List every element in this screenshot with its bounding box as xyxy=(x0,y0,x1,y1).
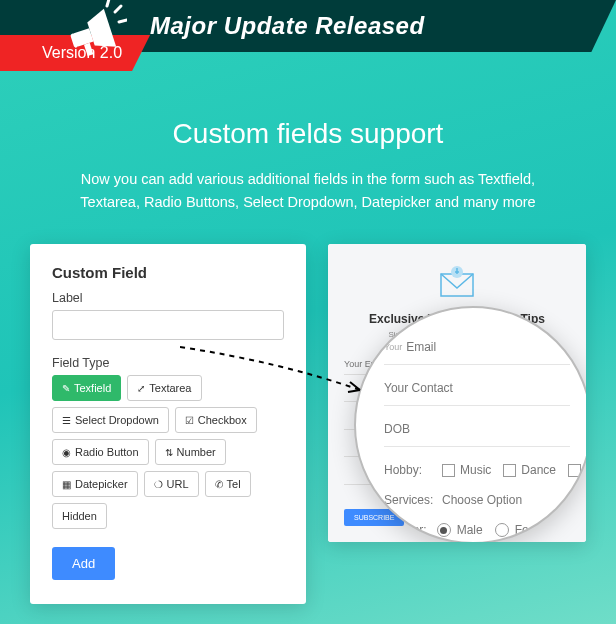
megaphone-icon xyxy=(55,0,127,70)
type-number-button[interactable]: ⇅Number xyxy=(155,439,226,465)
radio-icon: ◉ xyxy=(62,447,71,458)
radio-icon[interactable] xyxy=(495,523,509,537)
globe-icon: ❍ xyxy=(154,479,163,490)
field-type-group: ✎Texfield ⤢Textarea ☰Select Dropdown ☑Ch… xyxy=(52,375,284,529)
zoom-lens: YourEmail Your Contact DOB Hobby: Music … xyxy=(354,306,586,542)
type-tel-button[interactable]: ✆Tel xyxy=(205,471,251,497)
expand-icon: ⤢ xyxy=(137,383,145,394)
svg-line-5 xyxy=(107,0,109,6)
lens-email-row: YourEmail xyxy=(384,340,570,365)
type-textarea-button[interactable]: ⤢Textarea xyxy=(127,375,201,401)
custom-field-card: Custom Field Label Field Type ✎Texfield … xyxy=(30,244,306,604)
type-hidden-button[interactable]: Hidden xyxy=(52,503,107,529)
lens-services-row: Services: Choose Option xyxy=(384,493,570,507)
type-texfield-button[interactable]: ✎Texfield xyxy=(52,375,121,401)
svg-line-4 xyxy=(119,20,127,22)
add-button[interactable]: Add xyxy=(52,547,115,580)
checkbox-icon[interactable] xyxy=(442,464,455,477)
type-checkbox-button[interactable]: ☑Checkbox xyxy=(175,407,257,433)
custom-field-heading: Custom Field xyxy=(52,264,284,281)
list-icon: ☰ xyxy=(62,415,71,426)
type-select-dropdown-button[interactable]: ☰Select Dropdown xyxy=(52,407,169,433)
phone-icon: ✆ xyxy=(215,479,223,490)
lens-contact-row: Your Contact xyxy=(384,381,570,406)
svg-rect-2 xyxy=(84,43,93,56)
hero-heading: Custom fields support xyxy=(56,118,560,150)
top-banner: Major Update Released Version 2.0 xyxy=(0,0,616,90)
svg-line-3 xyxy=(115,6,121,12)
banner-title: Major Update Released xyxy=(150,12,425,40)
label-input[interactable] xyxy=(52,310,284,340)
field-type-title: Field Type xyxy=(52,356,284,370)
hero-section: Custom fields support Now you can add va… xyxy=(0,90,616,244)
check-icon: ☑ xyxy=(185,415,194,426)
radio-icon[interactable] xyxy=(437,523,451,537)
type-url-button[interactable]: ❍URL xyxy=(144,471,199,497)
preview-card: Exclusive Traffic and SEO Tips Signup to… xyxy=(328,244,586,542)
checkbox-icon[interactable] xyxy=(503,464,516,477)
checkbox-icon[interactable] xyxy=(568,464,581,477)
lens-hobby-row: Hobby: Music Dance Draw xyxy=(384,463,570,477)
hobby-label: Hobby: xyxy=(384,463,442,477)
type-datepicker-button[interactable]: ▦Datepicker xyxy=(52,471,138,497)
sort-icon: ⇅ xyxy=(165,447,173,458)
label-title: Label xyxy=(52,291,284,305)
pencil-icon: ✎ xyxy=(62,383,70,394)
services-label: Services: xyxy=(384,493,442,507)
type-radio-button[interactable]: ◉Radio Button xyxy=(52,439,149,465)
envelope-icon xyxy=(435,264,479,302)
services-value[interactable]: Choose Option xyxy=(442,493,522,507)
hero-description: Now you can add various additional field… xyxy=(56,168,560,214)
lens-dob-row: DOB xyxy=(384,422,570,447)
calendar-icon: ▦ xyxy=(62,479,71,490)
